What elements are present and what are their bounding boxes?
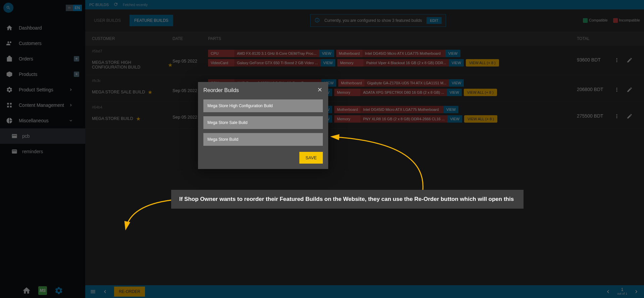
part-view-button[interactable]: VIEW xyxy=(449,79,464,87)
save-button[interactable]: SAVE xyxy=(299,152,323,164)
ms-logo-icon[interactable]: MS xyxy=(38,286,47,295)
notice-text: Currently, you are configured to show 3 … xyxy=(325,18,422,23)
nav-label: Product Settings xyxy=(19,87,53,92)
part-type: Memory xyxy=(337,59,363,67)
part-pill: Memory ADATA XPG SPECTRIX D80 16 GB (2 x… xyxy=(334,89,462,96)
refresh-button[interactable] xyxy=(113,2,118,7)
table-row: #64b4 MEGA STORE BUILD ★Sep 05 2022CPU I… xyxy=(85,102,644,128)
chevron-down-icon xyxy=(68,118,73,123)
part-value: AMD FX-8120 3.1 GHz 8-Core OEM/Tray Proc… xyxy=(234,50,319,57)
card-icon xyxy=(11,148,17,155)
nav-orders[interactable]: Orders + xyxy=(0,51,85,67)
edit-icon[interactable] xyxy=(627,113,633,119)
more-icon[interactable] xyxy=(614,113,620,119)
part-view-button[interactable]: VIEW xyxy=(447,89,462,96)
build-name: MEGA STORE SALE BUILD ★ xyxy=(92,89,152,95)
view-all-button[interactable]: VIEW ALL (+ 8 ) xyxy=(464,115,497,123)
table-row: #fc3c MEGA STORE SALE BUILD ★Sep 05 2022… xyxy=(85,75,644,102)
menu-icon[interactable] xyxy=(90,289,96,295)
annotation-text: If Shop Owner wants to reorder their Fea… xyxy=(171,190,524,209)
part-view-button[interactable]: VIEW xyxy=(320,59,335,67)
part-value: Intel DG45ID Micro ATX LGA775 Motherboar… xyxy=(360,106,444,113)
star-icon: ★ xyxy=(148,89,152,95)
nav-content-management[interactable]: Content Management xyxy=(0,97,85,113)
build-name: MEGA STORE HIGH CONFIGURATION BUILD ★ xyxy=(92,60,172,70)
language-toggle[interactable]: বাং EN xyxy=(66,5,82,11)
nav-customers[interactable]: Customers xyxy=(0,36,85,51)
add-order-icon[interactable]: + xyxy=(74,56,79,61)
tab-user-builds[interactable]: USER BUILDS xyxy=(89,15,126,26)
compatible-swatch-icon xyxy=(583,18,588,23)
part-view-button[interactable]: VIEW xyxy=(444,106,458,113)
part-pill: Memory PNY XLR8 16 GB (2 x 8 GB) DDR4-26… xyxy=(334,115,462,123)
part-view-button[interactable]: VIEW xyxy=(319,50,334,57)
nav-dashboard[interactable]: Dashboard xyxy=(0,20,85,36)
reorder-item[interactable]: Mega Store Sale Build xyxy=(203,116,323,129)
edit-icon[interactable] xyxy=(627,57,633,63)
chevron-right-icon xyxy=(68,103,73,108)
part-type: VideoCard xyxy=(208,59,234,67)
apps-icon xyxy=(6,102,13,109)
part-type: Memory xyxy=(334,115,360,123)
more-icon[interactable] xyxy=(614,57,620,63)
home-bottom-icon[interactable] xyxy=(22,286,31,295)
box-icon xyxy=(6,71,13,78)
more-icon[interactable] xyxy=(614,87,620,93)
part-pill: CPU AMD FX-8120 3.1 GHz 8-Core OEM/Tray … xyxy=(208,50,334,57)
modal-close-button[interactable] xyxy=(317,87,323,94)
table-header: CUSTOMER DATE PARTS TOTAL xyxy=(85,32,644,46)
back-icon[interactable] xyxy=(102,289,108,295)
card-icon xyxy=(11,133,17,139)
home-icon xyxy=(6,25,13,31)
nav-label: Products xyxy=(19,72,37,77)
star-icon: ★ xyxy=(168,62,172,68)
sidebar: বাং EN Dashboard Customers Orders + Prod… xyxy=(0,0,85,298)
nav-label: Customers xyxy=(19,41,42,46)
subnav-pcb[interactable]: pcb xyxy=(0,128,85,144)
page-prev-icon[interactable] xyxy=(605,289,611,295)
part-value: Gigabyte GA-Z170X-UD5 TH ATX LGA1151 M..… xyxy=(364,79,449,87)
subnav-reminders[interactable]: reminders xyxy=(0,144,85,159)
col-total: TOTAL xyxy=(577,36,614,41)
nav-label: Content Management xyxy=(19,102,64,108)
nav-product-settings[interactable]: Product Settings xyxy=(0,82,85,97)
col-customer: CUSTOMER xyxy=(92,36,172,41)
part-value: ADATA XPG SPECTRIX D80 16 GB (2 x 8 GB) … xyxy=(360,89,447,96)
part-type: Motherboard xyxy=(338,79,364,87)
part-pill: Motherboard Intel DG45ID Micro ATX LGA77… xyxy=(334,106,458,113)
lang-en[interactable]: EN xyxy=(73,5,82,11)
tab-feature-builds[interactable]: FEATURE BUILDS xyxy=(130,15,173,26)
nav-label: Dashboard xyxy=(19,25,42,31)
nav-products[interactable]: Products + xyxy=(0,67,85,82)
add-product-icon[interactable]: + xyxy=(74,72,79,77)
page-next-icon[interactable] xyxy=(633,289,639,295)
search-button[interactable] xyxy=(3,3,13,13)
part-view-button[interactable]: VIEW xyxy=(445,50,460,57)
nav-miscellaneous[interactable]: Miscellaneous xyxy=(0,113,85,128)
part-pill: Memory Patriot Viper 4 Blackout 16 GB (2… xyxy=(337,59,463,67)
fetch-status: Fetched recently xyxy=(123,3,148,7)
part-type: Motherboard xyxy=(334,106,360,113)
close-icon xyxy=(317,87,323,93)
pie-icon xyxy=(6,117,13,124)
edit-icon[interactable] xyxy=(627,87,633,93)
chevron-right-icon xyxy=(68,87,73,92)
view-all-button[interactable]: VIEW ALL (+ 8 ) xyxy=(466,59,499,67)
part-view-button[interactable]: VIEW xyxy=(449,59,464,67)
reorder-item[interactable]: Mega Store Build xyxy=(203,133,323,146)
part-type: CPU xyxy=(208,50,234,57)
edit-config-button[interactable]: EDIT xyxy=(427,17,442,24)
part-value: Patriot Viper 4 Blackout 16 GB (2 x 8 GB… xyxy=(363,59,449,67)
part-view-button[interactable]: VIEW xyxy=(447,115,462,123)
view-all-button[interactable]: VIEW ALL (+ 8 ) xyxy=(464,89,497,96)
reorder-item[interactable]: Mega Store High Configuration Build xyxy=(203,99,323,112)
table-row: #5bd7 MEGA STORE HIGH CONFIGURATION BUIL… xyxy=(85,46,644,75)
page-title: PC BUILDS xyxy=(89,3,109,7)
lang-bn[interactable]: বাং xyxy=(66,5,73,11)
settings-bottom-icon[interactable] xyxy=(54,286,63,295)
build-total: 206800 BDT xyxy=(577,79,614,92)
part-value: Intel DG45ID Micro ATX LGA775 Motherboar… xyxy=(362,50,446,57)
people-icon xyxy=(6,40,13,47)
star-icon: ★ xyxy=(136,116,141,122)
reorder-button[interactable]: RE-ORDER xyxy=(114,287,145,297)
